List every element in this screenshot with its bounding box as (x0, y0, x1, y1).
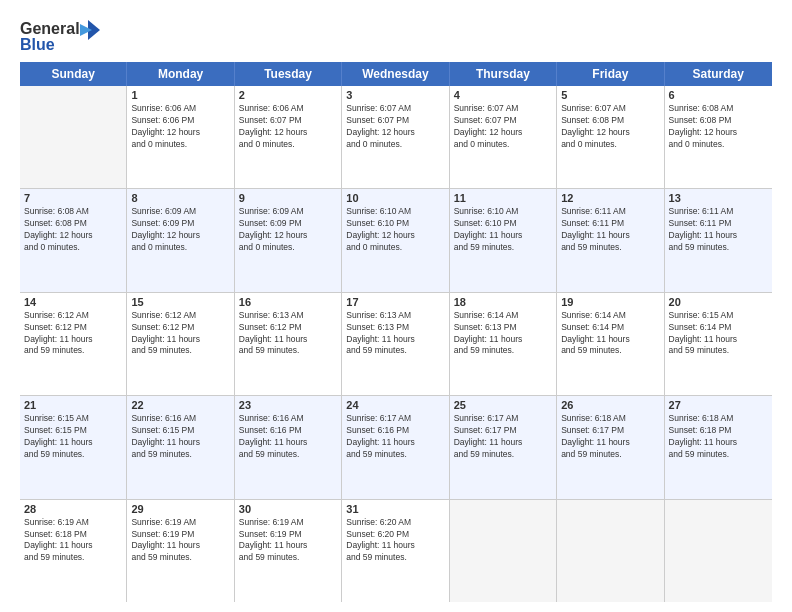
day-number: 16 (239, 296, 337, 308)
calendar-cell: 26Sunrise: 6:18 AM Sunset: 6:17 PM Dayli… (557, 396, 664, 498)
day-number: 23 (239, 399, 337, 411)
day-number: 18 (454, 296, 552, 308)
page: General Blue SundayMondayTuesdayWednesda… (0, 0, 792, 612)
day-info: Sunrise: 6:19 AM Sunset: 6:19 PM Dayligh… (239, 517, 337, 565)
calendar-cell: 19Sunrise: 6:14 AM Sunset: 6:14 PM Dayli… (557, 293, 664, 395)
calendar-cell: 27Sunrise: 6:18 AM Sunset: 6:18 PM Dayli… (665, 396, 772, 498)
day-number: 24 (346, 399, 444, 411)
day-number: 1 (131, 89, 229, 101)
day-number: 5 (561, 89, 659, 101)
calendar-week-row: 7Sunrise: 6:08 AM Sunset: 6:08 PM Daylig… (20, 189, 772, 292)
day-header-sunday: Sunday (20, 62, 127, 86)
calendar-cell: 16Sunrise: 6:13 AM Sunset: 6:12 PM Dayli… (235, 293, 342, 395)
day-number: 21 (24, 399, 122, 411)
day-number: 8 (131, 192, 229, 204)
day-info: Sunrise: 6:19 AM Sunset: 6:18 PM Dayligh… (24, 517, 122, 565)
calendar-cell (450, 500, 557, 602)
day-number: 31 (346, 503, 444, 515)
calendar-cell: 31Sunrise: 6:20 AM Sunset: 6:20 PM Dayli… (342, 500, 449, 602)
day-header-tuesday: Tuesday (235, 62, 342, 86)
day-number: 2 (239, 89, 337, 101)
day-info: Sunrise: 6:15 AM Sunset: 6:15 PM Dayligh… (24, 413, 122, 461)
day-number: 14 (24, 296, 122, 308)
day-number: 15 (131, 296, 229, 308)
day-header-saturday: Saturday (665, 62, 772, 86)
day-info: Sunrise: 6:13 AM Sunset: 6:13 PM Dayligh… (346, 310, 444, 358)
day-number: 28 (24, 503, 122, 515)
calendar-cell: 23Sunrise: 6:16 AM Sunset: 6:16 PM Dayli… (235, 396, 342, 498)
calendar-cell: 17Sunrise: 6:13 AM Sunset: 6:13 PM Dayli… (342, 293, 449, 395)
day-info: Sunrise: 6:11 AM Sunset: 6:11 PM Dayligh… (669, 206, 768, 254)
calendar-cell: 5Sunrise: 6:07 AM Sunset: 6:08 PM Daylig… (557, 86, 664, 188)
day-header-thursday: Thursday (450, 62, 557, 86)
day-info: Sunrise: 6:08 AM Sunset: 6:08 PM Dayligh… (24, 206, 122, 254)
calendar-cell: 18Sunrise: 6:14 AM Sunset: 6:13 PM Dayli… (450, 293, 557, 395)
calendar-cell: 15Sunrise: 6:12 AM Sunset: 6:12 PM Dayli… (127, 293, 234, 395)
logo-icon: General Blue (20, 16, 100, 54)
day-info: Sunrise: 6:14 AM Sunset: 6:14 PM Dayligh… (561, 310, 659, 358)
calendar-cell: 28Sunrise: 6:19 AM Sunset: 6:18 PM Dayli… (20, 500, 127, 602)
day-header-monday: Monday (127, 62, 234, 86)
svg-text:General: General (20, 20, 80, 37)
day-number: 6 (669, 89, 768, 101)
calendar-cell: 25Sunrise: 6:17 AM Sunset: 6:17 PM Dayli… (450, 396, 557, 498)
day-header-friday: Friday (557, 62, 664, 86)
day-number: 17 (346, 296, 444, 308)
day-info: Sunrise: 6:16 AM Sunset: 6:16 PM Dayligh… (239, 413, 337, 461)
day-info: Sunrise: 6:17 AM Sunset: 6:17 PM Dayligh… (454, 413, 552, 461)
calendar-cell: 4Sunrise: 6:07 AM Sunset: 6:07 PM Daylig… (450, 86, 557, 188)
day-number: 13 (669, 192, 768, 204)
day-info: Sunrise: 6:14 AM Sunset: 6:13 PM Dayligh… (454, 310, 552, 358)
calendar-cell: 10Sunrise: 6:10 AM Sunset: 6:10 PM Dayli… (342, 189, 449, 291)
day-header-wednesday: Wednesday (342, 62, 449, 86)
calendar: SundayMondayTuesdayWednesdayThursdayFrid… (20, 62, 772, 602)
day-number: 29 (131, 503, 229, 515)
day-info: Sunrise: 6:12 AM Sunset: 6:12 PM Dayligh… (131, 310, 229, 358)
calendar-body: 1Sunrise: 6:06 AM Sunset: 6:06 PM Daylig… (20, 86, 772, 602)
day-info: Sunrise: 6:18 AM Sunset: 6:18 PM Dayligh… (669, 413, 768, 461)
day-info: Sunrise: 6:07 AM Sunset: 6:08 PM Dayligh… (561, 103, 659, 151)
day-number: 22 (131, 399, 229, 411)
day-number: 27 (669, 399, 768, 411)
calendar-header: SundayMondayTuesdayWednesdayThursdayFrid… (20, 62, 772, 86)
calendar-cell: 1Sunrise: 6:06 AM Sunset: 6:06 PM Daylig… (127, 86, 234, 188)
calendar-cell: 21Sunrise: 6:15 AM Sunset: 6:15 PM Dayli… (20, 396, 127, 498)
calendar-cell: 13Sunrise: 6:11 AM Sunset: 6:11 PM Dayli… (665, 189, 772, 291)
calendar-cell: 7Sunrise: 6:08 AM Sunset: 6:08 PM Daylig… (20, 189, 127, 291)
calendar-cell: 14Sunrise: 6:12 AM Sunset: 6:12 PM Dayli… (20, 293, 127, 395)
day-number: 19 (561, 296, 659, 308)
calendar-cell: 8Sunrise: 6:09 AM Sunset: 6:09 PM Daylig… (127, 189, 234, 291)
calendar-week-row: 14Sunrise: 6:12 AM Sunset: 6:12 PM Dayli… (20, 293, 772, 396)
day-number: 30 (239, 503, 337, 515)
calendar-cell: 12Sunrise: 6:11 AM Sunset: 6:11 PM Dayli… (557, 189, 664, 291)
calendar-cell: 30Sunrise: 6:19 AM Sunset: 6:19 PM Dayli… (235, 500, 342, 602)
day-info: Sunrise: 6:15 AM Sunset: 6:14 PM Dayligh… (669, 310, 768, 358)
calendar-cell (557, 500, 664, 602)
calendar-cell (20, 86, 127, 188)
day-number: 9 (239, 192, 337, 204)
calendar-week-row: 1Sunrise: 6:06 AM Sunset: 6:06 PM Daylig… (20, 86, 772, 189)
day-info: Sunrise: 6:08 AM Sunset: 6:08 PM Dayligh… (669, 103, 768, 151)
calendar-cell: 3Sunrise: 6:07 AM Sunset: 6:07 PM Daylig… (342, 86, 449, 188)
calendar-week-row: 21Sunrise: 6:15 AM Sunset: 6:15 PM Dayli… (20, 396, 772, 499)
day-info: Sunrise: 6:10 AM Sunset: 6:10 PM Dayligh… (454, 206, 552, 254)
day-info: Sunrise: 6:18 AM Sunset: 6:17 PM Dayligh… (561, 413, 659, 461)
day-info: Sunrise: 6:16 AM Sunset: 6:15 PM Dayligh… (131, 413, 229, 461)
day-number: 12 (561, 192, 659, 204)
calendar-cell: 29Sunrise: 6:19 AM Sunset: 6:19 PM Dayli… (127, 500, 234, 602)
calendar-cell: 24Sunrise: 6:17 AM Sunset: 6:16 PM Dayli… (342, 396, 449, 498)
calendar-cell (665, 500, 772, 602)
day-info: Sunrise: 6:10 AM Sunset: 6:10 PM Dayligh… (346, 206, 444, 254)
calendar-cell: 20Sunrise: 6:15 AM Sunset: 6:14 PM Dayli… (665, 293, 772, 395)
calendar-cell: 6Sunrise: 6:08 AM Sunset: 6:08 PM Daylig… (665, 86, 772, 188)
day-number: 3 (346, 89, 444, 101)
day-info: Sunrise: 6:17 AM Sunset: 6:16 PM Dayligh… (346, 413, 444, 461)
day-info: Sunrise: 6:09 AM Sunset: 6:09 PM Dayligh… (131, 206, 229, 254)
day-info: Sunrise: 6:12 AM Sunset: 6:12 PM Dayligh… (24, 310, 122, 358)
day-number: 11 (454, 192, 552, 204)
svg-text:Blue: Blue (20, 36, 55, 53)
day-number: 20 (669, 296, 768, 308)
day-info: Sunrise: 6:19 AM Sunset: 6:19 PM Dayligh… (131, 517, 229, 565)
day-number: 10 (346, 192, 444, 204)
calendar-cell: 2Sunrise: 6:06 AM Sunset: 6:07 PM Daylig… (235, 86, 342, 188)
